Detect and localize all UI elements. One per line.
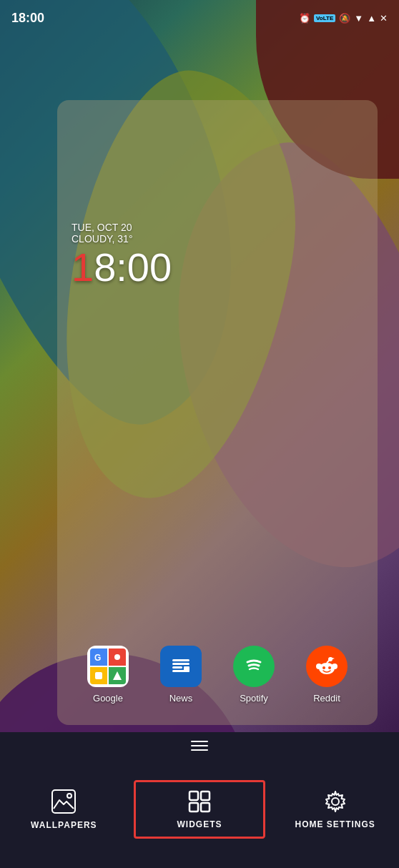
signal-icon: ▲ (367, 13, 376, 24)
bottom-toolbar: WALLPAPERS WIDGETS HOME SETTINGS (0, 732, 399, 868)
svg-marker-3 (113, 671, 122, 680)
app-item-news[interactable]: News (160, 646, 202, 704)
svg-line-10 (327, 660, 330, 663)
widget-panel: TUE, OCT 20 CLOUDY, 31° 18:00 (57, 100, 378, 725)
spotify-label: Spotify (240, 693, 268, 704)
wallpapers-label: WALLPAPERS (31, 820, 97, 830)
svg-rect-20 (201, 791, 210, 800)
svg-rect-8 (184, 666, 189, 672)
widget-clock: 18:00 (72, 247, 363, 287)
svg-rect-22 (201, 803, 210, 812)
widgets-grid-icon (187, 789, 212, 814)
app-item-google[interactable]: G Google (87, 646, 129, 704)
status-icons: ⏰ VoLTE 🔕 ▼ ▲ ✕ (299, 13, 388, 24)
svg-point-1 (114, 654, 120, 660)
svg-rect-6 (172, 666, 182, 669)
svg-point-23 (332, 798, 339, 805)
svg-text:G: G (94, 653, 101, 663)
battery-icon: ✕ (380, 13, 388, 24)
svg-rect-7 (172, 670, 185, 672)
google-label: Google (93, 693, 123, 704)
settings-gear-icon (323, 789, 348, 814)
news-label: News (169, 693, 193, 704)
toolbar-buttons: WALLPAPERS WIDGETS HOME SETTINGS (0, 751, 399, 868)
svg-rect-19 (189, 791, 198, 800)
home-settings-button[interactable]: HOME SETTINGS (271, 778, 399, 841)
svg-point-12 (316, 664, 322, 669)
widgets-label: WIDGETS (177, 819, 222, 829)
hamburger-menu-icon (191, 741, 208, 751)
mute-icon: 🔕 (339, 13, 350, 24)
svg-rect-5 (172, 663, 189, 665)
app-item-spotify[interactable]: Spotify (233, 646, 275, 704)
svg-point-14 (322, 666, 325, 669)
svg-point-15 (328, 666, 331, 669)
home-settings-label: HOME SETTINGS (295, 819, 375, 829)
svg-marker-16 (330, 657, 335, 660)
clock-white-digits: 8:00 (94, 245, 172, 290)
wifi-icon: ▼ (354, 13, 363, 24)
svg-rect-21 (189, 803, 198, 812)
status-bar: 18:00 ⏰ VoLTE 🔕 ▼ ▲ ✕ (0, 0, 399, 36)
app-item-reddit[interactable]: Reddit (306, 646, 348, 704)
volte-badge: VoLTE (314, 14, 335, 22)
svg-rect-17 (52, 790, 75, 813)
svg-rect-2 (95, 672, 102, 679)
wallpapers-button[interactable]: WALLPAPERS (0, 777, 128, 842)
reddit-label: Reddit (313, 693, 340, 704)
svg-point-18 (67, 794, 72, 798)
reddit-icon (306, 646, 348, 687)
spotify-icon (233, 646, 275, 687)
svg-rect-4 (172, 659, 189, 661)
clock-red-digit: 1 (72, 245, 94, 290)
widget-date: TUE, OCT 20 CLOUDY, 31° (72, 222, 363, 245)
widgets-button[interactable]: WIDGETS (134, 780, 266, 839)
mountain-icon (51, 789, 77, 814)
status-time: 18:00 (11, 11, 44, 26)
news-icon (160, 646, 202, 687)
app-row: G Google News (64, 646, 370, 704)
svg-point-13 (332, 664, 338, 669)
alarm-icon: ⏰ (299, 13, 310, 24)
google-icon: G (87, 646, 129, 687)
